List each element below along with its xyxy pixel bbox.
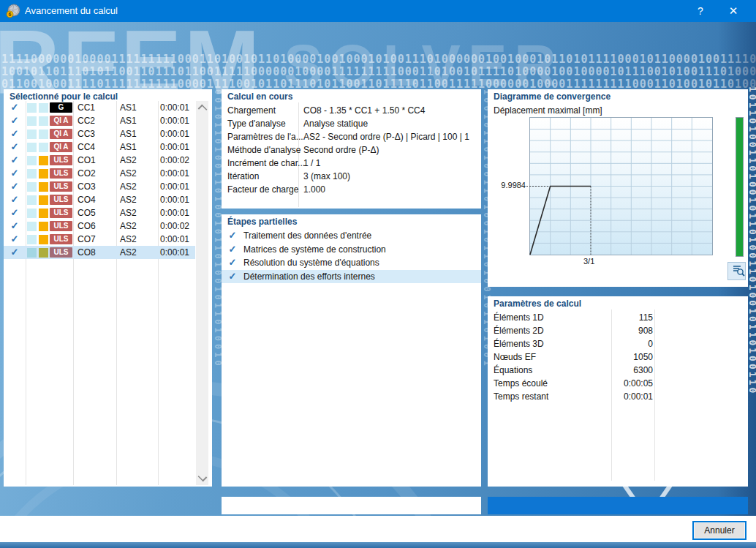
case-name: CC1 bbox=[78, 102, 95, 113]
color-swatch bbox=[39, 182, 48, 192]
step-row: ✓Détermination des efforts internes bbox=[222, 270, 481, 283]
color-swatch bbox=[27, 182, 37, 192]
analysis-setting: AS2 bbox=[120, 247, 137, 258]
check-icon: ✓ bbox=[224, 257, 241, 268]
list-row[interactable]: ✓ULSCO1AS20:00:02 bbox=[4, 154, 195, 167]
elapsed-time: 0:00:01 bbox=[147, 234, 189, 244]
list-row[interactable]: ✓ULSCO2AS20:00:01 bbox=[4, 167, 195, 180]
info-value: 3 (max 100) bbox=[303, 171, 350, 181]
step-label: Traitement des données d'entrée bbox=[243, 230, 371, 241]
current-calculation-panel: Calcul en cours ChargementCO8 - 1.35 * C… bbox=[222, 89, 481, 209]
info-value: 1.000 bbox=[303, 184, 325, 195]
color-swatch bbox=[27, 156, 37, 165]
close-button[interactable]: ✕ bbox=[719, 0, 748, 22]
list-row[interactable]: ✓QI ACC3AS10:00:01 bbox=[4, 127, 195, 140]
color-swatch bbox=[27, 130, 37, 139]
info-label: Type d'analyse bbox=[227, 119, 286, 129]
chevron-down-icon[interactable] bbox=[198, 473, 208, 482]
list-row[interactable]: ✓ULSCO3AS20:00:01 bbox=[4, 180, 195, 193]
panel-title: Diagramme de convergence bbox=[494, 91, 611, 102]
step-row: ✓Résolution du système d'équations bbox=[222, 256, 481, 269]
elapsed-time: 0:00:01 bbox=[147, 102, 189, 113]
cancel-button[interactable]: Annuler bbox=[692, 521, 746, 540]
info-value: Analyse statique bbox=[303, 119, 368, 129]
color-swatch bbox=[27, 209, 37, 218]
analysis-setting: AS1 bbox=[120, 142, 137, 152]
analysis-setting: AS2 bbox=[120, 234, 137, 244]
panel-title: Étapes partielles bbox=[227, 217, 297, 227]
color-swatch bbox=[39, 235, 48, 244]
load-type-badge: ULS bbox=[50, 234, 72, 244]
list-row[interactable]: ✓ULSCO6AS20:00:02 bbox=[4, 219, 195, 233]
help-button[interactable]: ? bbox=[686, 0, 715, 22]
analysis-setting: AS2 bbox=[120, 168, 137, 179]
info-row: Facteur de charge1.000 bbox=[222, 183, 481, 196]
check-icon: ✓ bbox=[7, 233, 23, 244]
list-row[interactable]: ✓ULSCO7AS20:00:01 bbox=[4, 233, 195, 246]
elapsed-time: 0:00:02 bbox=[147, 221, 189, 231]
list-row[interactable]: ✓QI ACC4AS10:00:01 bbox=[4, 140, 195, 154]
parameter-row: Temps écoulé0:00:05 bbox=[488, 377, 748, 390]
color-swatch bbox=[39, 195, 48, 205]
color-swatch bbox=[27, 235, 37, 244]
check-icon: ✓ bbox=[7, 154, 23, 165]
check-icon: ✓ bbox=[224, 230, 241, 241]
list-row[interactable]: ✓ULSCO5AS20:00:01 bbox=[4, 206, 195, 219]
panel-title: Sélectionné pour le calcul bbox=[10, 91, 118, 102]
elapsed-time: 0:00:01 bbox=[147, 142, 189, 152]
analysis-setting: AS2 bbox=[120, 181, 137, 192]
analysis-setting: AS1 bbox=[120, 116, 137, 126]
chart-zoom-button[interactable] bbox=[727, 262, 746, 280]
color-swatch bbox=[27, 248, 37, 258]
list-row[interactable]: ✓ULSCO4AS20:00:01 bbox=[4, 193, 195, 206]
info-label: Facteur de charge bbox=[227, 184, 298, 195]
list-scrollbar[interactable] bbox=[196, 101, 208, 485]
info-value: AS2 - Second ordre (P-Δ) | Picard | 100 … bbox=[303, 132, 469, 142]
analysis-setting: AS1 bbox=[120, 129, 137, 139]
parameter-label: Éléments 3D bbox=[494, 339, 544, 349]
step-label: Détermination des efforts internes bbox=[243, 271, 375, 282]
color-swatch bbox=[27, 143, 37, 152]
check-icon: ✓ bbox=[7, 168, 23, 179]
info-row: ChargementCO8 - 1.35 * CC1 + 1.50 * CC4 bbox=[222, 104, 481, 117]
chevron-up-icon[interactable] bbox=[198, 105, 208, 114]
check-icon: ✓ bbox=[7, 102, 23, 113]
case-name: CO5 bbox=[78, 208, 96, 218]
color-swatch bbox=[39, 222, 48, 231]
load-type-badge: ULS bbox=[50, 181, 72, 192]
load-type-badge: QI A bbox=[50, 142, 72, 152]
svg-text:6: 6 bbox=[9, 12, 12, 17]
list-row[interactable]: ✓QI ACC2AS10:00:01 bbox=[4, 114, 195, 127]
case-name: CO7 bbox=[78, 234, 96, 244]
list-row[interactable]: ✓ULSCO8AS20:00:01 bbox=[4, 246, 195, 259]
info-row: Méthode d'analyseSecond ordre (P-Δ) bbox=[222, 143, 481, 157]
check-icon: ✓ bbox=[7, 220, 23, 231]
chart-x-tick: 3/1 bbox=[583, 257, 594, 266]
elapsed-time: 0:00:01 bbox=[147, 195, 189, 205]
parameter-value: 908 bbox=[568, 326, 653, 336]
parameter-value: 1050 bbox=[568, 352, 653, 362]
parameter-value: 0:00:05 bbox=[568, 378, 653, 389]
check-icon: ✓ bbox=[7, 141, 23, 152]
info-label: Paramètres de l'a... bbox=[227, 132, 303, 142]
calculation-parameters-panel: Paramètres de calcul Éléments 1D115Éléme… bbox=[488, 296, 748, 487]
footer-accent-strip bbox=[0, 542, 756, 548]
step-label: Résolution du système d'équations bbox=[243, 258, 379, 268]
list-row[interactable]: ✓GCC1AS10:00:01 bbox=[4, 101, 195, 114]
info-row: Type d'analyseAnalyse statique bbox=[222, 117, 481, 130]
info-label: Incrément de char... bbox=[227, 158, 305, 168]
check-icon: ✓ bbox=[7, 128, 23, 139]
color-swatch bbox=[39, 103, 48, 113]
analysis-setting: AS2 bbox=[120, 195, 137, 205]
load-type-badge: ULS bbox=[50, 168, 72, 179]
info-label: Itération bbox=[227, 171, 259, 181]
case-name: CO8 bbox=[78, 247, 96, 258]
check-icon: ✓ bbox=[7, 181, 23, 192]
parameter-row: Éléments 2D908 bbox=[488, 324, 748, 337]
elapsed-time: 0:00:01 bbox=[147, 168, 189, 179]
parameter-label: Temps écoulé bbox=[494, 378, 548, 389]
check-icon: ✓ bbox=[224, 271, 241, 282]
convergence-status-bar bbox=[736, 117, 744, 257]
analysis-setting: AS1 bbox=[120, 102, 137, 113]
info-label: Chargement bbox=[227, 105, 276, 116]
